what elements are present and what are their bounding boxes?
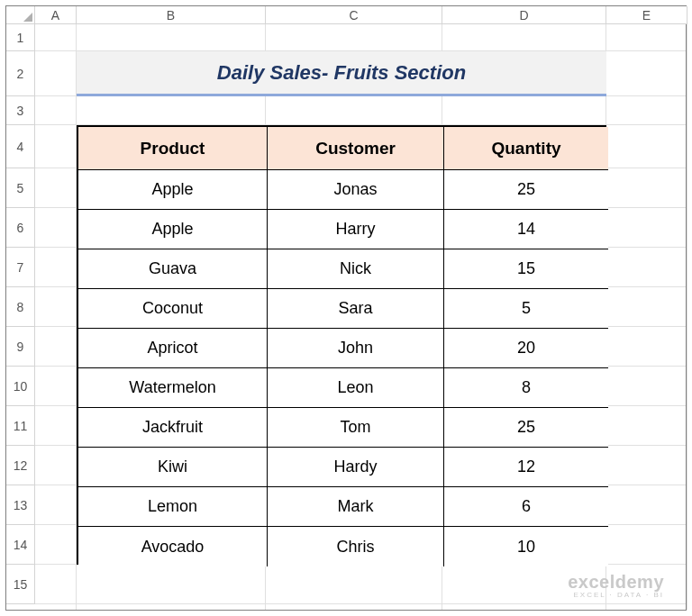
cell-customer-6[interactable]: Harry — [268, 210, 444, 249]
cell-quantity-6[interactable]: 14 — [444, 210, 608, 249]
cell-quantity-12[interactable]: 12 — [444, 448, 608, 487]
row-header-10[interactable]: 10 — [6, 367, 35, 406]
cell-customer-12[interactable]: Hardy — [268, 448, 444, 487]
row-header-7[interactable]: 7 — [6, 248, 35, 287]
sheet-area[interactable]: Daily Sales- Fruits Section ProductCusto… — [35, 24, 686, 610]
row-header-2[interactable]: 2 — [6, 51, 35, 96]
cell-quantity-10[interactable]: 8 — [444, 368, 608, 408]
header-customer[interactable]: Customer — [268, 127, 444, 170]
spreadsheet-frame: ABCDE 123456789101112131415 Daily Sales-… — [5, 5, 687, 611]
cell-product-9[interactable]: Apricot — [78, 329, 268, 368]
col-header-C[interactable]: C — [266, 6, 442, 24]
cell-product-11[interactable]: Jackfruit — [78, 408, 268, 448]
cell-product-12[interactable]: Kiwi — [78, 448, 268, 487]
data-table: ProductCustomerQuantityAppleJonas25Apple… — [77, 125, 606, 565]
row-header-8[interactable]: 8 — [6, 287, 35, 327]
cell-quantity-11[interactable]: 25 — [444, 408, 608, 448]
cell-product-6[interactable]: Apple — [78, 210, 268, 249]
row-header-5[interactable]: 5 — [6, 168, 35, 208]
title-bar: Daily Sales- Fruits Section — [77, 51, 606, 96]
cell-customer-7[interactable]: Nick — [268, 249, 444, 289]
cell-quantity-5[interactable]: 25 — [444, 170, 608, 210]
cell-customer-11[interactable]: Tom — [268, 408, 444, 448]
col-header-A[interactable]: A — [35, 6, 77, 24]
col-header-E[interactable]: E — [606, 6, 687, 24]
watermark-small: EXCEL · DATA · BI — [568, 591, 664, 599]
col-header-D[interactable]: D — [442, 6, 606, 24]
cell-quantity-13[interactable]: 6 — [444, 487, 608, 527]
header-product[interactable]: Product — [78, 127, 268, 170]
cell-product-10[interactable]: Watermelon — [78, 368, 268, 408]
cell-customer-13[interactable]: Mark — [268, 487, 444, 527]
cell-product-5[interactable]: Apple — [78, 170, 268, 210]
row-header-15[interactable]: 15 — [6, 565, 35, 604]
row-header-1[interactable]: 1 — [6, 24, 35, 51]
row-header-4[interactable]: 4 — [6, 125, 35, 168]
cell-product-8[interactable]: Coconut — [78, 289, 268, 329]
row-header-9[interactable]: 9 — [6, 327, 35, 367]
cell-quantity-7[interactable]: 15 — [444, 249, 608, 289]
header-quantity[interactable]: Quantity — [444, 127, 608, 170]
row-header-14[interactable]: 14 — [6, 525, 35, 565]
cell-quantity-14[interactable]: 10 — [444, 527, 608, 566]
cell-quantity-9[interactable]: 20 — [444, 329, 608, 368]
cell-product-13[interactable]: Lemon — [78, 487, 268, 527]
cell-product-14[interactable]: Avocado — [78, 527, 268, 566]
row-header-3[interactable]: 3 — [6, 96, 35, 125]
title-text: Daily Sales- Fruits Section — [217, 61, 466, 85]
row-header-13[interactable]: 13 — [6, 485, 35, 525]
row-header-6[interactable]: 6 — [6, 208, 35, 248]
watermark: exceldemy EXCEL · DATA · BI — [568, 572, 664, 599]
cell-customer-9[interactable]: John — [268, 329, 444, 368]
row-header-12[interactable]: 12 — [6, 446, 35, 485]
row-header-11[interactable]: 11 — [6, 406, 35, 446]
cell-customer-10[interactable]: Leon — [268, 368, 444, 408]
cell-customer-5[interactable]: Jonas — [268, 170, 444, 210]
cell-customer-8[interactable]: Sara — [268, 289, 444, 329]
cell-product-7[interactable]: Guava — [78, 249, 268, 289]
select-all-triangle[interactable] — [6, 6, 35, 24]
watermark-big: exceldemy — [568, 572, 664, 593]
cell-quantity-8[interactable]: 5 — [444, 289, 608, 329]
col-header-B[interactable]: B — [77, 6, 266, 24]
cell-customer-14[interactable]: Chris — [268, 527, 444, 566]
